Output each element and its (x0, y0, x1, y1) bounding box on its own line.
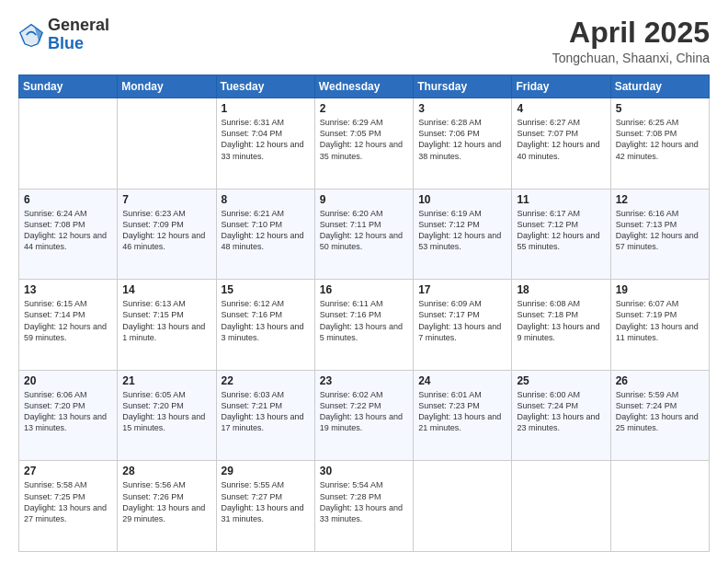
calendar-cell: 12Sunrise: 6:16 AM Sunset: 7:13 PM Dayli… (610, 189, 709, 280)
logo-blue-text: Blue (48, 34, 84, 52)
cell-day-info: Sunrise: 6:27 AM Sunset: 7:07 PM Dayligh… (517, 117, 605, 162)
calendar-cell (118, 98, 216, 190)
cell-day-number: 20 (24, 374, 112, 387)
cell-day-info: Sunrise: 6:31 AM Sunset: 7:04 PM Dayligh… (222, 117, 310, 162)
cell-day-number: 19 (616, 283, 704, 296)
calendar-cell: 15Sunrise: 6:12 AM Sunset: 7:16 PM Dayli… (216, 280, 314, 371)
cell-day-number: 17 (418, 283, 506, 296)
calendar-cell: 11Sunrise: 6:17 AM Sunset: 7:12 PM Dayli… (512, 189, 610, 280)
cell-day-info: Sunrise: 6:23 AM Sunset: 7:09 PM Dayligh… (122, 208, 210, 253)
calendar-cell (512, 461, 610, 552)
calendar-cell: 27Sunrise: 5:58 AM Sunset: 7:25 PM Dayli… (19, 461, 118, 552)
cell-day-info: Sunrise: 6:03 AM Sunset: 7:21 PM Dayligh… (222, 389, 310, 434)
cell-day-info: Sunrise: 6:00 AM Sunset: 7:24 PM Dayligh… (517, 389, 605, 434)
cell-day-number: 6 (24, 193, 112, 206)
cell-day-number: 16 (320, 283, 408, 296)
cell-day-number: 4 (517, 102, 605, 115)
calendar-cell: 28Sunrise: 5:56 AM Sunset: 7:26 PM Dayli… (118, 461, 216, 552)
logo-text: General Blue (48, 17, 109, 53)
cell-day-info: Sunrise: 5:58 AM Sunset: 7:25 PM Dayligh… (24, 479, 112, 524)
cell-day-number: 13 (24, 283, 112, 296)
cell-day-number: 10 (418, 193, 506, 206)
calendar-cell: 10Sunrise: 6:19 AM Sunset: 7:12 PM Dayli… (414, 189, 512, 280)
page: General Blue April 2025 Tongchuan, Shaan… (0, 0, 728, 563)
week-row-0: 1Sunrise: 6:31 AM Sunset: 7:04 PM Daylig… (19, 98, 710, 190)
header: General Blue April 2025 Tongchuan, Shaan… (18, 17, 710, 65)
week-row-1: 6Sunrise: 6:24 AM Sunset: 7:08 PM Daylig… (19, 189, 710, 280)
cell-day-number: 24 (418, 374, 506, 387)
cell-day-number: 11 (517, 193, 605, 206)
col-sunday: Sunday (19, 75, 118, 98)
cell-day-info: Sunrise: 6:29 AM Sunset: 7:05 PM Dayligh… (320, 117, 408, 162)
cell-day-info: Sunrise: 6:09 AM Sunset: 7:17 PM Dayligh… (418, 298, 506, 343)
cell-day-number: 30 (320, 465, 408, 477)
title-block: April 2025 Tongchuan, Shaanxi, China (552, 17, 710, 65)
cell-day-info: Sunrise: 6:15 AM Sunset: 7:14 PM Dayligh… (24, 298, 112, 343)
calendar-cell: 20Sunrise: 6:06 AM Sunset: 7:20 PM Dayli… (19, 370, 118, 461)
calendar-cell: 1Sunrise: 6:31 AM Sunset: 7:04 PM Daylig… (216, 98, 314, 190)
calendar-cell: 7Sunrise: 6:23 AM Sunset: 7:09 PM Daylig… (118, 189, 216, 280)
cell-day-info: Sunrise: 6:12 AM Sunset: 7:16 PM Dayligh… (222, 298, 310, 343)
cell-day-number: 5 (616, 102, 704, 115)
calendar-cell: 30Sunrise: 5:54 AM Sunset: 7:28 PM Dayli… (314, 461, 413, 552)
calendar-cell: 4Sunrise: 6:27 AM Sunset: 7:07 PM Daylig… (512, 98, 610, 190)
cell-day-number: 28 (122, 465, 210, 477)
cell-day-number: 26 (616, 374, 704, 387)
cell-day-number: 8 (222, 193, 310, 206)
week-row-2: 13Sunrise: 6:15 AM Sunset: 7:14 PM Dayli… (19, 280, 710, 371)
cell-day-number: 22 (222, 374, 310, 387)
cell-day-info: Sunrise: 5:56 AM Sunset: 7:26 PM Dayligh… (122, 479, 210, 524)
cell-day-info: Sunrise: 6:21 AM Sunset: 7:10 PM Dayligh… (222, 208, 310, 253)
cell-day-info: Sunrise: 6:01 AM Sunset: 7:23 PM Dayligh… (418, 389, 506, 434)
cell-day-number: 21 (122, 374, 210, 387)
cell-day-info: Sunrise: 5:55 AM Sunset: 7:27 PM Dayligh… (222, 479, 310, 524)
col-monday: Monday (118, 75, 216, 98)
calendar-cell: 3Sunrise: 6:28 AM Sunset: 7:06 PM Daylig… (414, 98, 512, 190)
calendar-cell: 2Sunrise: 6:29 AM Sunset: 7:05 PM Daylig… (314, 98, 413, 190)
calendar-cell (610, 461, 709, 552)
calendar-cell: 8Sunrise: 6:21 AM Sunset: 7:10 PM Daylig… (216, 189, 314, 280)
cell-day-info: Sunrise: 6:08 AM Sunset: 7:18 PM Dayligh… (517, 298, 605, 343)
calendar-cell: 24Sunrise: 6:01 AM Sunset: 7:23 PM Dayli… (414, 370, 512, 461)
calendar-header-row: Sunday Monday Tuesday Wednesday Thursday… (19, 75, 710, 98)
week-row-4: 27Sunrise: 5:58 AM Sunset: 7:25 PM Dayli… (19, 461, 710, 552)
calendar-cell: 26Sunrise: 5:59 AM Sunset: 7:24 PM Dayli… (610, 370, 709, 461)
cell-day-number: 9 (320, 193, 408, 206)
calendar-cell: 29Sunrise: 5:55 AM Sunset: 7:27 PM Dayli… (216, 461, 314, 552)
cell-day-number: 7 (122, 193, 210, 206)
calendar-cell (19, 98, 118, 190)
cell-day-info: Sunrise: 6:19 AM Sunset: 7:12 PM Dayligh… (418, 208, 506, 253)
calendar-cell: 6Sunrise: 6:24 AM Sunset: 7:08 PM Daylig… (19, 189, 118, 280)
calendar-cell: 13Sunrise: 6:15 AM Sunset: 7:14 PM Dayli… (19, 280, 118, 371)
calendar-cell: 9Sunrise: 6:20 AM Sunset: 7:11 PM Daylig… (314, 189, 413, 280)
cell-day-info: Sunrise: 6:28 AM Sunset: 7:06 PM Dayligh… (418, 117, 506, 162)
calendar-cell: 17Sunrise: 6:09 AM Sunset: 7:17 PM Dayli… (414, 280, 512, 371)
col-saturday: Saturday (610, 75, 709, 98)
cell-day-info: Sunrise: 6:24 AM Sunset: 7:08 PM Dayligh… (24, 208, 112, 253)
cell-day-info: Sunrise: 6:06 AM Sunset: 7:20 PM Dayligh… (24, 389, 112, 434)
cell-day-info: Sunrise: 6:20 AM Sunset: 7:11 PM Dayligh… (320, 208, 408, 253)
week-row-3: 20Sunrise: 6:06 AM Sunset: 7:20 PM Dayli… (19, 370, 710, 461)
cell-day-number: 18 (517, 283, 605, 296)
calendar-cell: 23Sunrise: 6:02 AM Sunset: 7:22 PM Dayli… (314, 370, 413, 461)
cell-day-number: 25 (517, 374, 605, 387)
calendar-cell: 16Sunrise: 6:11 AM Sunset: 7:16 PM Dayli… (314, 280, 413, 371)
calendar-cell: 21Sunrise: 6:05 AM Sunset: 7:20 PM Dayli… (118, 370, 216, 461)
cell-day-info: Sunrise: 6:11 AM Sunset: 7:16 PM Dayligh… (320, 298, 408, 343)
cell-day-number: 14 (122, 283, 210, 296)
calendar-cell: 19Sunrise: 6:07 AM Sunset: 7:19 PM Dayli… (610, 280, 709, 371)
calendar-table: Sunday Monday Tuesday Wednesday Thursday… (18, 75, 710, 552)
cell-day-info: Sunrise: 5:59 AM Sunset: 7:24 PM Dayligh… (616, 389, 704, 434)
cell-day-info: Sunrise: 6:16 AM Sunset: 7:13 PM Dayligh… (616, 208, 704, 253)
col-thursday: Thursday (414, 75, 512, 98)
calendar-cell: 14Sunrise: 6:13 AM Sunset: 7:15 PM Dayli… (118, 280, 216, 371)
subtitle: Tongchuan, Shaanxi, China (552, 51, 710, 65)
logo-general-text: General (48, 16, 109, 34)
cell-day-number: 2 (320, 102, 408, 115)
cell-day-number: 29 (222, 465, 310, 477)
cell-day-number: 27 (24, 465, 112, 477)
col-wednesday: Wednesday (314, 75, 413, 98)
cell-day-number: 23 (320, 374, 408, 387)
calendar-cell: 18Sunrise: 6:08 AM Sunset: 7:18 PM Dayli… (512, 280, 610, 371)
cell-day-info: Sunrise: 5:54 AM Sunset: 7:28 PM Dayligh… (320, 479, 408, 524)
